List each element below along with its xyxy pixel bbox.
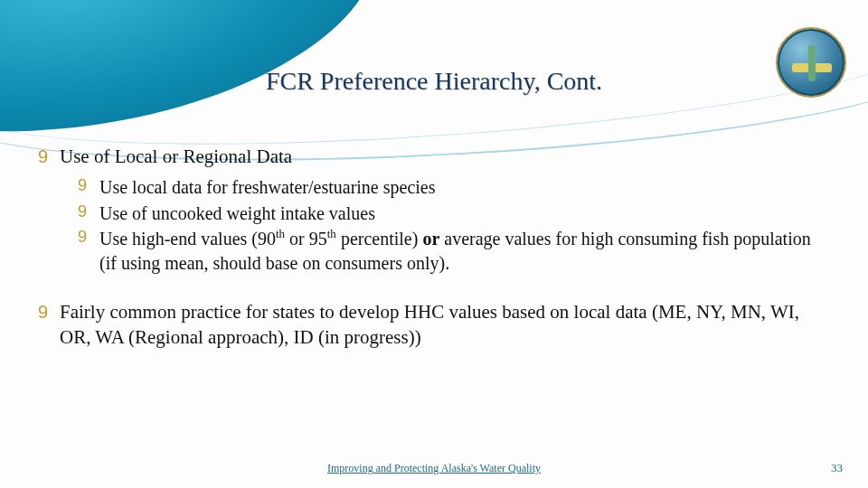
bullet-level2: 9 Use local data for freshwater/estuarin…	[78, 175, 830, 200]
bullet-level2: 9 Use of uncooked weight intake values	[78, 202, 830, 226]
slide-title: FCR Preference Hierarchy, Cont.	[0, 67, 868, 96]
bullet-text: Use high-end values (90th or 95th percen…	[99, 227, 830, 275]
footer-text: Improving and Protecting Alaska's Water …	[0, 462, 868, 475]
bullet-text: Use of Local or Regional Data	[60, 145, 292, 170]
bullet-text: Use local data for freshwater/estuarine …	[99, 175, 830, 200]
bullet-level1: 9 Fairly common practice for states to d…	[38, 300, 830, 351]
slide-body: 9 Use of Local or Regional Data 9 Use lo…	[38, 145, 830, 356]
bullet-marker-icon: 9	[38, 145, 60, 170]
bullet-text: Fairly common practice for states to dev…	[60, 300, 830, 351]
bullet-marker-icon: 9	[78, 202, 99, 226]
page-number: 33	[831, 461, 843, 475]
bullet-marker-icon: 9	[78, 175, 99, 200]
bullet-level2: 9 Use high-end values (90th or 95th perc…	[78, 227, 830, 275]
bullet-marker-icon: 9	[78, 227, 99, 275]
bullet-level1: 9 Use of Local or Regional Data	[38, 145, 830, 170]
bullet-marker-icon: 9	[38, 300, 60, 351]
sub-bullet-group: 9 Use local data for freshwater/estuarin…	[78, 175, 830, 275]
bullet-text: Use of uncooked weight intake values	[99, 202, 830, 226]
